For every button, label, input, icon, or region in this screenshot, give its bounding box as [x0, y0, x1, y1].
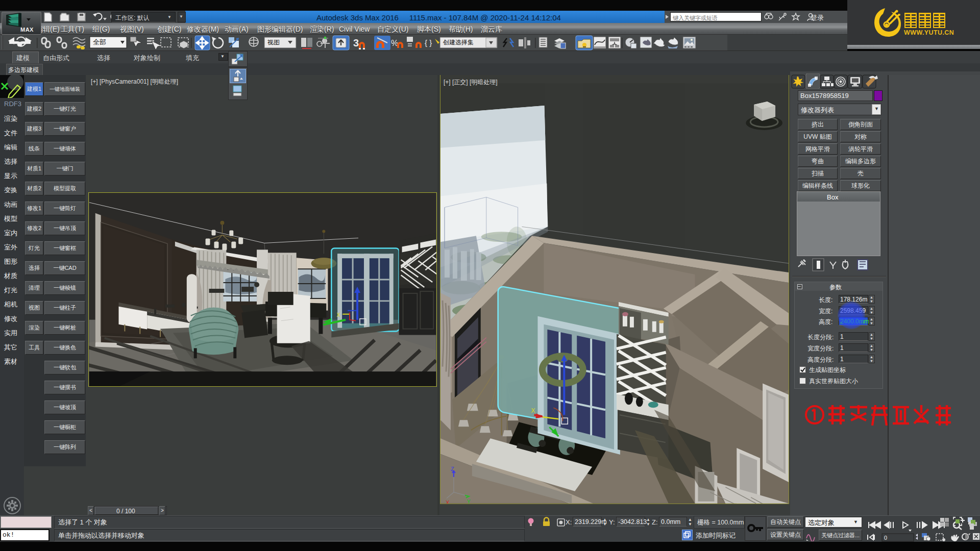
- svg-text:{ }: { }: [425, 38, 432, 47]
- svg-text:0: 0: [884, 535, 887, 541]
- svg-text:X: X: [531, 407, 535, 414]
- svg-text:X: X: [446, 499, 450, 504]
- svg-text:Z: Z: [451, 466, 454, 472]
- svg-text:3: 3: [353, 37, 359, 48]
- svg-text:X: X: [336, 312, 340, 318]
- svg-text:Y: Y: [467, 498, 471, 504]
